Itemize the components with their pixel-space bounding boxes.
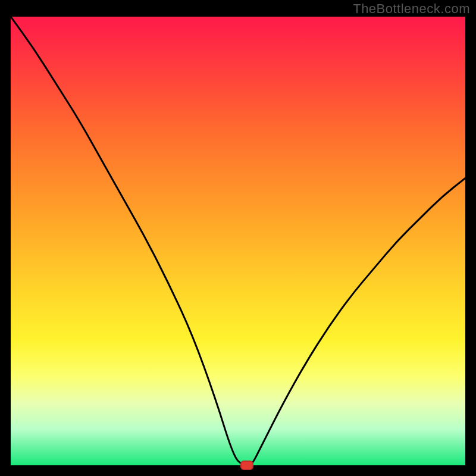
bottleneck-curve: [11, 17, 465, 465]
plot-area: [11, 17, 465, 465]
curve-path: [11, 17, 465, 465]
watermark-text: TheBottleneck.com: [353, 1, 470, 17]
optimal-point-marker: [240, 461, 253, 470]
chart-frame: TheBottleneck.com: [0, 0, 476, 476]
